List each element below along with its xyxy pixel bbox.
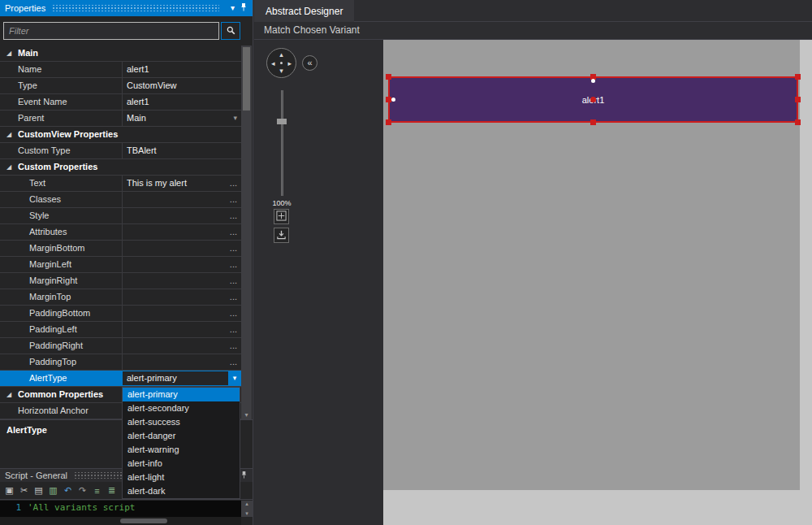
property-row-parent[interactable]: ParentMain▾ xyxy=(0,111,241,127)
chevron-down-icon[interactable]: ▾ xyxy=(233,111,237,126)
ellipsis-button[interactable]: ... xyxy=(230,224,237,240)
dropdown-option-alert-dark[interactable]: alert-dark xyxy=(123,484,240,498)
property-value[interactable]: ... xyxy=(122,273,241,289)
collapse-triangle-icon[interactable]: ◢ xyxy=(6,46,18,61)
ellipsis-button[interactable]: ... xyxy=(230,208,237,223)
selection-handle[interactable] xyxy=(795,119,801,125)
dropdown-option-alert-light[interactable]: alert-light xyxy=(123,471,240,484)
property-row-paddingright[interactable]: PaddingRight... xyxy=(0,338,241,354)
property-row-attributes[interactable]: Attributes... xyxy=(0,224,241,241)
property-value[interactable]: alert-primary▾ xyxy=(122,371,241,386)
duplicate-icon[interactable]: ▣ xyxy=(3,485,15,496)
property-row-custom-type[interactable]: Custom TypeTBAlert xyxy=(0,143,241,159)
property-row-marginright[interactable]: MarginRight... xyxy=(0,273,241,289)
nav-up-icon[interactable]: ▴ xyxy=(279,51,283,59)
selection-handle[interactable] xyxy=(795,74,801,80)
property-value[interactable]: TBAlert xyxy=(122,143,241,158)
selection-handle[interactable] xyxy=(386,119,391,125)
pin-icon[interactable] xyxy=(240,3,248,13)
dropdown-option-alert-info[interactable]: alert-info xyxy=(123,457,240,471)
undo-icon[interactable]: ↶ xyxy=(62,485,74,496)
properties-scrollbar[interactable]: ▾ xyxy=(241,46,252,419)
scrollbar-down-arrow-icon[interactable]: ▾ xyxy=(241,411,252,419)
code-horizontal-scrollbar[interactable] xyxy=(0,517,241,525)
comment-icon[interactable]: ≡ xyxy=(91,486,103,496)
property-value[interactable]: ... xyxy=(122,241,241,256)
property-row-paddingbottom[interactable]: PaddingBottom... xyxy=(0,306,241,322)
property-value[interactable]: ... xyxy=(122,192,241,207)
window-menu-chevron-icon[interactable]: ▾ xyxy=(231,4,235,12)
property-value[interactable]: ... xyxy=(122,257,241,272)
slider-thumb[interactable] xyxy=(277,119,287,124)
collapse-tools-button[interactable]: « xyxy=(302,55,317,71)
alerttype-dropdown-list[interactable]: alert-primaryalert-secondaryalert-succes… xyxy=(122,387,240,499)
alert-view[interactable]: alert1 xyxy=(388,76,798,123)
property-group-header[interactable]: ◢Main xyxy=(0,46,241,62)
ellipsis-button[interactable]: ... xyxy=(230,338,237,354)
scroll-nav-control[interactable]: ▴ ▾ ◂ ▸ xyxy=(266,48,296,78)
property-group-header[interactable]: ◢Custom Properties xyxy=(0,159,241,176)
nav-down-icon[interactable]: ▾ xyxy=(279,67,283,75)
collapse-triangle-icon[interactable]: ◢ xyxy=(6,387,18,402)
property-value[interactable]: ... xyxy=(122,338,241,354)
fit-to-screen-button[interactable] xyxy=(274,209,289,224)
property-row-name[interactable]: Namealert1 xyxy=(0,62,241,78)
property-value[interactable]: ... xyxy=(122,208,241,223)
dropdown-option-alert-success[interactable]: alert-success xyxy=(123,415,240,429)
code-vertical-scrollbar[interactable]: ▴ ▾ xyxy=(241,501,253,517)
property-row-classes[interactable]: Classes... xyxy=(0,192,241,208)
dropdown-option-alert-warning[interactable]: alert-warning xyxy=(123,443,240,457)
ellipsis-button[interactable]: ... xyxy=(230,354,237,370)
properties-titlebar[interactable]: Properties ▾ xyxy=(0,0,253,16)
property-value[interactable]: CustomView xyxy=(122,78,241,93)
dropdown-option-alert-danger[interactable]: alert-danger xyxy=(123,429,240,443)
tab-abstract-designer[interactable]: Abstract Designer xyxy=(254,0,354,22)
code-line[interactable]: 'All variants script xyxy=(28,501,135,517)
property-row-paddingleft[interactable]: PaddingLeft... xyxy=(0,322,241,338)
dropdown-option-alert-secondary[interactable]: alert-secondary xyxy=(123,401,240,415)
nav-left-icon[interactable]: ◂ xyxy=(271,59,275,67)
copy-icon[interactable]: ▤ xyxy=(32,485,45,496)
property-row-style[interactable]: Style... xyxy=(0,208,241,224)
property-row-alerttype[interactable]: AlertTypealert-primary▾ xyxy=(0,371,241,387)
property-row-paddingtop[interactable]: PaddingTop... xyxy=(0,354,241,371)
property-value[interactable]: alert1 xyxy=(122,94,241,110)
design-canvas[interactable]: alert1 xyxy=(383,40,812,525)
property-value[interactable]: This is my alert... xyxy=(122,176,241,191)
property-row-margintop[interactable]: MarginTop... xyxy=(0,289,241,306)
property-value[interactable]: alert1 xyxy=(122,62,241,77)
property-value[interactable]: ... xyxy=(122,289,241,305)
property-row-text[interactable]: TextThis is my alert... xyxy=(0,176,241,192)
selection-handle[interactable] xyxy=(795,97,801,102)
collapse-triangle-icon[interactable]: ◢ xyxy=(6,127,18,142)
ellipsis-button[interactable]: ... xyxy=(230,241,237,256)
filter-input[interactable] xyxy=(3,22,219,40)
search-button[interactable] xyxy=(221,22,240,40)
ellipsis-button[interactable]: ... xyxy=(230,176,237,191)
ellipsis-button[interactable]: ... xyxy=(230,257,237,272)
cut-icon[interactable]: ✂ xyxy=(18,485,30,496)
combo-dropdown-button[interactable]: ▾ xyxy=(228,371,241,386)
property-row-marginbottom[interactable]: MarginBottom... xyxy=(0,241,241,257)
scroll-up-icon[interactable]: ▴ xyxy=(245,501,248,507)
scrollbar-thumb[interactable] xyxy=(243,47,250,111)
match-chosen-variant-bar[interactable]: Match Chosen Variant xyxy=(254,22,812,40)
redo-icon[interactable]: ↷ xyxy=(76,485,89,496)
property-value[interactable]: Main▾ xyxy=(122,111,241,126)
property-row-type[interactable]: TypeCustomView xyxy=(0,78,241,94)
selection-handle[interactable] xyxy=(386,97,391,102)
selection-handle[interactable] xyxy=(386,74,391,80)
code-editor[interactable]: 1 'All variants script xyxy=(0,501,241,517)
property-value[interactable]: ... xyxy=(122,306,241,321)
pin-icon[interactable] xyxy=(240,471,248,480)
ellipsis-button[interactable]: ... xyxy=(230,192,237,207)
scrollbar-thumb[interactable] xyxy=(120,518,167,523)
paste-icon[interactable]: ▥ xyxy=(47,485,59,496)
dropdown-option-alert-primary[interactable]: alert-primary xyxy=(123,388,240,401)
zoom-slider[interactable] xyxy=(276,90,287,196)
load-layout-button[interactable] xyxy=(274,228,289,243)
collapse-triangle-icon[interactable]: ◢ xyxy=(6,159,18,175)
ellipsis-button[interactable]: ... xyxy=(230,322,237,337)
property-value[interactable]: ... xyxy=(122,224,241,240)
property-value[interactable]: ... xyxy=(122,354,241,370)
